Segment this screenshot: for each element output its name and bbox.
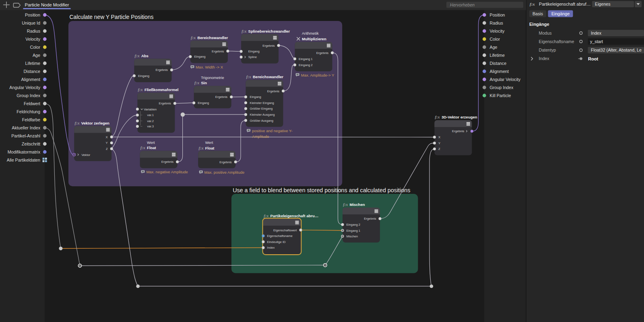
svg-text:Eingang 2: Eingang 2 xyxy=(347,223,361,226)
svg-text:f:x: f:x xyxy=(74,121,79,125)
svg-text:Eigenschaftsname: Eigenschaftsname xyxy=(267,234,293,238)
svg-text:f:x: f:x xyxy=(264,214,268,218)
svg-text:Eingang 1: Eingang 1 xyxy=(299,57,313,61)
svg-text:Alignment: Alignment xyxy=(490,69,509,74)
svg-text:Max. positive Amplitude: Max. positive Amplitude xyxy=(204,170,245,175)
svg-text:Root: Root xyxy=(588,56,598,61)
svg-text:Ergebnis: Ergebnis xyxy=(212,50,224,53)
svg-text:Calculate new Y Particle Posit: Calculate new Y Particle Positions xyxy=(70,14,154,20)
svg-text:positive and negative Y-: positive and negative Y- xyxy=(252,129,292,133)
svg-text:Sin: Sin xyxy=(201,81,207,85)
svg-text:Bereichswandler: Bereichswandler xyxy=(197,35,228,40)
svg-text:Max. negative Amplitude: Max. negative Amplitude xyxy=(146,170,188,174)
svg-text:X: X xyxy=(106,135,108,139)
svg-text:Feldrichtung: Feldrichtung xyxy=(17,109,40,114)
svg-text:Group Index: Group Index xyxy=(490,85,514,90)
svg-text:Eingang: Eingang xyxy=(138,74,149,78)
svg-text:Age: Age xyxy=(490,45,497,50)
svg-text:Eingang: Eingang xyxy=(198,101,209,105)
svg-text:Radius: Radius xyxy=(27,29,40,33)
svg-text:Mischen: Mischen xyxy=(347,235,358,238)
svg-text:Wert: Wert xyxy=(147,140,155,145)
svg-text:Kleinster Eingang: Kleinster Eingang xyxy=(250,101,274,105)
svg-text:f:x: f:x xyxy=(140,145,145,150)
svg-text:Modifikatormatrix: Modifikatormatrix xyxy=(8,150,41,154)
svg-text:Alle Partikeldaten: Alle Partikeldaten xyxy=(7,158,40,162)
svg-text:Angular Velocity: Angular Velocity xyxy=(9,85,40,90)
svg-text:Partikeleigenschaft abruf…: Partikeleigenschaft abruf… xyxy=(539,2,590,6)
svg-text:f:x: f:x xyxy=(242,29,246,33)
svg-text:Feldfarbe: Feldfarbe xyxy=(22,117,40,122)
svg-text:3D-Vektor erzeugen: 3D-Vektor erzeugen xyxy=(442,115,477,119)
svg-text:f:x: f:x xyxy=(198,146,203,150)
svg-text:Index: Index xyxy=(539,56,550,61)
svg-text:Y: Y xyxy=(106,141,108,145)
svg-text:Ergebnis: Ergebnis xyxy=(156,68,168,72)
svg-text:Datentyp: Datentyp xyxy=(539,48,556,52)
svg-text:Lifetime: Lifetime xyxy=(25,61,40,66)
svg-text:f:x: f:x xyxy=(530,2,535,6)
svg-text:Amplitude: Amplitude xyxy=(252,134,269,139)
svg-text:Aktueller Index: Aktueller Index xyxy=(12,125,40,130)
svg-text:Color: Color xyxy=(490,37,500,42)
svg-text:var.1: var.1 xyxy=(147,113,154,117)
svg-text:Float: Float xyxy=(205,146,215,150)
svg-text:Spline: Spline xyxy=(248,55,257,59)
svg-text:Max. Amplitude-> Y: Max. Amplitude-> Y xyxy=(301,73,334,77)
svg-text:var.2: var.2 xyxy=(147,119,154,123)
svg-text:Vektor zerlegen: Vektor zerlegen xyxy=(81,121,109,125)
svg-text:Kill Particle: Kill Particle xyxy=(490,93,511,98)
svg-text:Ergebnis: Ergebnis xyxy=(452,129,464,133)
svg-text:Ergebnis: Ergebnis xyxy=(215,95,227,99)
svg-text:Mischen: Mischen xyxy=(350,202,365,207)
svg-text:Größter Eingang: Größter Eingang xyxy=(250,107,273,110)
svg-text:X: X xyxy=(438,135,440,139)
svg-text:Eingang 1: Eingang 1 xyxy=(347,229,361,233)
svg-text:Use a field to blend between s: Use a field to blend between stored posi… xyxy=(233,187,410,193)
svg-text:Multiplizieren: Multiplizieren xyxy=(302,37,326,41)
svg-text:Eingang: Eingang xyxy=(248,50,260,53)
svg-text:Splinebereichswandler: Splinebereichswandler xyxy=(248,29,290,33)
svg-text:f:x: f:x xyxy=(194,81,199,85)
svg-text:Distance: Distance xyxy=(490,61,507,66)
svg-text:Velocity: Velocity xyxy=(25,37,40,42)
svg-text:Float32 (Alter, Abstand, Le: Float32 (Alter, Abstand, Le xyxy=(591,48,642,52)
svg-text:Eingänge: Eingänge xyxy=(529,22,549,27)
svg-text:Größter Ausgang: Größter Ausgang xyxy=(250,119,274,123)
svg-text:Distance: Distance xyxy=(23,69,40,74)
svg-text:Variablen: Variablen xyxy=(144,108,157,111)
svg-text:Eigenes: Eigenes xyxy=(595,2,611,6)
svg-text:var.3: var.3 xyxy=(147,125,154,128)
svg-text:Eigenschaftswert: Eigenschaftswert xyxy=(273,229,297,232)
svg-text:Radius: Radius xyxy=(490,21,503,25)
svg-text:f:x: f:x xyxy=(135,54,140,58)
svg-text:Alignment: Alignment xyxy=(21,77,40,82)
svg-text:Eingänge: Eingänge xyxy=(551,11,570,16)
svg-text:Bereichswandler: Bereichswandler xyxy=(253,75,283,79)
svg-text:Ergebnis: Ergebnis xyxy=(262,44,275,48)
svg-text:Vektor: Vektor xyxy=(81,153,90,157)
svg-text:Zeitschritt: Zeitschritt xyxy=(22,141,40,146)
svg-text:Index: Index xyxy=(591,31,602,35)
svg-text:Trigonometrie: Trigonometrie xyxy=(201,75,224,80)
svg-text:Velocity: Velocity xyxy=(490,29,505,33)
svg-text:y_start: y_start xyxy=(590,39,603,44)
svg-text:Eingang: Eingang xyxy=(194,55,205,58)
svg-text:Ergebnis: Ergebnis xyxy=(364,217,376,220)
svg-text:Position: Position xyxy=(25,12,40,17)
svg-text:Position: Position xyxy=(490,12,505,17)
svg-text:Eindeutige ID: Eindeutige ID xyxy=(267,240,286,244)
svg-text:f:x: f:x xyxy=(138,87,143,92)
svg-text:Arithmetik: Arithmetik xyxy=(302,31,319,35)
svg-text:Partikel-Anzahl: Partikel-Anzahl xyxy=(11,133,40,138)
svg-text:Abs: Abs xyxy=(141,54,149,58)
svg-text:Wert: Wert xyxy=(205,140,213,145)
svg-text:Angular Velocity: Angular Velocity xyxy=(490,77,521,82)
svg-text:Y: Y xyxy=(438,141,440,145)
svg-text:Lifetime: Lifetime xyxy=(490,53,505,58)
svg-text:f:x: f:x xyxy=(435,115,440,119)
svg-text:Fließkommaformel: Fließkommaformel xyxy=(144,87,178,92)
svg-text:Color: Color xyxy=(30,45,40,50)
svg-text:f:x: f:x xyxy=(246,75,251,79)
svg-text:Kleinster Ausgang: Kleinster Ausgang xyxy=(250,113,275,116)
